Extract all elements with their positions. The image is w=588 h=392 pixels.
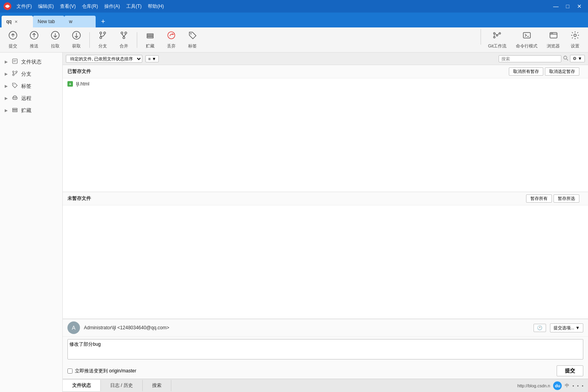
tab-search[interactable]: 搜索 — [143, 380, 171, 391]
pull-icon — [51, 31, 60, 42]
sort-dropdown[interactable]: 待定的文件, 已依照文件状态排序 — [66, 55, 142, 63]
staged-file-list: + ljl.html — [63, 78, 588, 192]
status-dot-1: • — [572, 383, 574, 388]
svg-point-49 — [564, 56, 567, 59]
add-tab-button[interactable]: + — [97, 16, 109, 27]
svg-point-10 — [104, 32, 106, 34]
sidebar-item-file-status[interactable]: ▶ 文件状态 — [0, 56, 62, 68]
terminal-button[interactable]: 命令行模式 — [512, 29, 541, 51]
merge-button[interactable]: 合并 — [114, 29, 134, 51]
commit-user: Administrator\ljl <1248034640@qq.com> — [84, 325, 530, 330]
branch-icon — [98, 31, 107, 42]
svg-point-25 — [499, 33, 501, 34]
file-add-icon: + — [67, 81, 73, 87]
merge-label: 合并 — [120, 43, 128, 49]
svg-point-21 — [168, 32, 175, 39]
cancel-all-staged-button[interactable]: 取消所有暂存 — [509, 67, 543, 76]
main-layout: ▶ 文件状态 ▶ 分支 — [0, 53, 588, 392]
fetch-button[interactable]: 获取 — [67, 29, 86, 51]
commit-options-button[interactable]: 提交选项... ▼ — [550, 323, 583, 332]
discard-button[interactable]: 丢弃 — [162, 29, 181, 51]
tab-close-qq[interactable]: ✕ — [15, 20, 18, 24]
sidebar-arrow-file-status: ▶ — [5, 60, 8, 64]
menu-repo[interactable]: 仓库(R) — [80, 2, 100, 11]
sidebar-item-branches[interactable]: ▶ 分支 — [0, 68, 62, 80]
commit-message-input[interactable]: 修改了部分bug — [67, 339, 583, 359]
browser-icon — [549, 31, 558, 42]
svg-point-41 — [16, 71, 17, 73]
commit-icon — [8, 31, 18, 42]
browser-label: 浏览器 — [547, 43, 560, 49]
svg-point-13 — [121, 32, 123, 34]
menu-help[interactable]: 帮助(H) — [145, 2, 166, 11]
terminal-icon — [522, 31, 532, 42]
branches-icon — [12, 70, 18, 78]
push-checkbox[interactable] — [67, 368, 73, 374]
toolbar-right: Git工作流 命令行模式 浏览器 — [479, 29, 585, 51]
stash-label: 贮藏 — [146, 43, 154, 49]
menu-file[interactable]: 文件(F) — [14, 2, 34, 11]
svg-point-22 — [191, 33, 192, 34]
commit-bottom: 立即推送变更到 origin/master 提交 — [63, 363, 588, 379]
svg-point-9 — [100, 32, 102, 34]
git-flow-button[interactable]: Git工作流 — [484, 29, 510, 51]
tab-log-history[interactable]: 日志 / 历史 — [101, 380, 143, 391]
sidebar-label-remote: 远程 — [21, 95, 31, 102]
panel-settings-button[interactable]: ⚙ ▼ — [570, 55, 585, 62]
svg-rect-18 — [147, 34, 153, 35]
menu-view[interactable]: 查看(V) — [58, 2, 78, 11]
stage-all-button[interactable]: 暂存所有 — [526, 194, 552, 203]
staged-file-item[interactable]: + ljl.html — [63, 80, 588, 88]
sidebar: ▶ 文件状态 ▶ 分支 — [0, 53, 63, 392]
tab-file-status[interactable]: 文件状态 — [63, 380, 101, 391]
menu-tools[interactable]: 工具(T) — [124, 2, 144, 11]
content-area: 待定的文件, 已依照文件状态排序 ≡ ▼ ⚙ ▼ 已暂存文件 取消所有暂 — [63, 53, 588, 392]
menu-bar[interactable]: 文件(F) 编辑(E) 查看(V) 仓库(R) 操作(A) 工具(T) 帮助(H… — [14, 2, 166, 11]
stage-selected-button[interactable]: 暂存所选 — [554, 194, 579, 203]
sidebar-item-stash[interactable]: ▶ 贮藏 — [0, 104, 62, 116]
settings-icon — [570, 31, 580, 42]
cancel-selected-staged-button[interactable]: 取消选定暂存 — [545, 67, 579, 76]
sidebar-item-tags[interactable]: ▶ 标签 — [0, 80, 62, 92]
pull-button[interactable]: 拉取 — [45, 29, 65, 51]
settings-button[interactable]: 设置 — [565, 29, 585, 51]
svg-point-14 — [125, 32, 127, 34]
status-dot-3: • — [582, 383, 583, 388]
status-url: http://blog.csdn.n — [517, 383, 550, 388]
tab-w[interactable]: w — [64, 16, 96, 27]
status-dot-2: • — [577, 383, 579, 388]
commit-history-button[interactable]: 🕐 — [534, 324, 546, 332]
staged-title: 已暂存文件 — [67, 68, 507, 75]
list-view-button[interactable]: ≡ ▼ — [145, 55, 159, 62]
menu-edit[interactable]: 编辑(E) — [36, 2, 56, 11]
bottom-tabs: 文件状态 日志 / 历史 搜索 http://blog.csdn.n du 中 … — [63, 379, 588, 392]
svg-line-16 — [122, 34, 124, 37]
push-button[interactable]: 推送 — [24, 29, 44, 51]
branch-label: 分支 — [98, 43, 107, 49]
commit-button[interactable]: 提交 — [3, 29, 23, 51]
minimize-button[interactable]: — — [550, 2, 561, 11]
git-flow-label: Git工作流 — [488, 43, 506, 49]
search-icon — [563, 55, 568, 62]
svg-rect-37 — [13, 59, 17, 64]
search-input[interactable] — [499, 55, 561, 62]
stash-button[interactable]: 贮藏 — [140, 29, 160, 51]
toolbar: 提交 推送 拉取 — [0, 27, 588, 53]
sidebar-arrow-tags: ▶ — [5, 84, 8, 88]
maximize-button[interactable]: □ — [562, 2, 573, 11]
commit-header: A Administrator\ljl <1248034640@qq.com> … — [63, 319, 588, 337]
submit-commit-button[interactable]: 提交 — [557, 365, 583, 376]
close-button[interactable]: ✕ — [574, 2, 585, 11]
tag-button[interactable]: 标签 — [183, 29, 202, 51]
branch-button[interactable]: 分支 — [93, 29, 113, 51]
title-bar: 文件(F) 编辑(E) 查看(V) 仓库(R) 操作(A) 工具(T) 帮助(H… — [0, 0, 588, 13]
svg-line-29 — [498, 33, 499, 35]
sidebar-item-remote[interactable]: ▶ 远程 — [0, 92, 62, 104]
panel-toolbar: 待定的文件, 已依照文件状态排序 ≡ ▼ ⚙ ▼ — [63, 53, 588, 65]
push-label: 立即推送变更到 origin/master — [75, 368, 136, 374]
tab-qq[interactable]: qq ✕ — [2, 16, 33, 27]
browser-button[interactable]: 浏览器 — [543, 29, 564, 51]
sidebar-arrow-remote: ▶ — [5, 96, 8, 100]
menu-action[interactable]: 操作(A) — [102, 2, 122, 11]
tab-newtab[interactable]: New tab — [33, 16, 64, 27]
